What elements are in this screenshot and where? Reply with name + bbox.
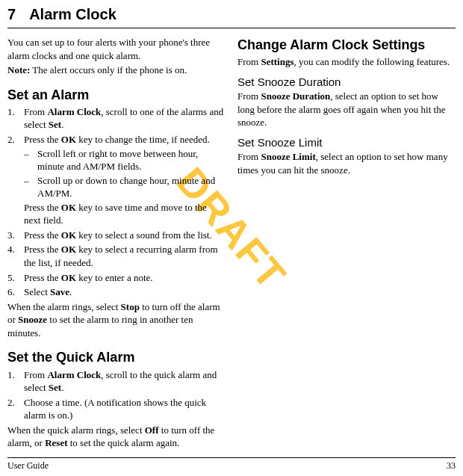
page-footer: User Guide 33 [7, 457, 456, 472]
step-3: Press the OK key to select a sound from … [7, 229, 226, 242]
footer-page-number: 33 [447, 460, 456, 472]
set-alarm-heading: Set an Alarm [7, 86, 226, 104]
step-5: Press the OK key to enter a note. [7, 271, 226, 285]
body-columns: You can set up to four alerts with your … [7, 36, 456, 451]
change-settings-intro: From Settings, you can modify the follow… [237, 55, 456, 69]
sub-2: Scroll up or down to change hour, minute… [24, 174, 226, 200]
snooze-limit-heading: Set Snooze Limit [237, 135, 456, 150]
snooze-duration-heading: Set Snooze Duration [237, 75, 456, 90]
quick-alarm-after: When the quick alarm rings, select Off t… [7, 424, 226, 450]
set-alarm-steps: From Alarm Clock, scroll to one of the a… [7, 105, 226, 299]
qa-step-1: From Alarm Clock, scroll to the quick al… [7, 368, 226, 395]
note-text: The alert occurs only if the phone is on… [30, 64, 187, 75]
step-2: Press the OK key to change the time, if … [7, 133, 226, 227]
step-1: From Alarm Clock, scroll to one of the a… [7, 105, 226, 132]
step-6: Select Save. [7, 285, 226, 299]
set-alarm-after: When the alarm rings, select Stop to tur… [7, 300, 226, 340]
step-4: Press the OK key to select a recurring a… [7, 243, 226, 269]
intro-note: Note: The alert occurs only if the phone… [7, 64, 226, 77]
step-2-sublist: Scroll left or right to move between hou… [24, 147, 226, 200]
chapter-number: 7 [7, 6, 16, 22]
change-settings-heading: Change Alarm Clock Settings [237, 36, 456, 54]
note-label: Note: [7, 64, 30, 75]
chapter-title: 7Alarm Clock [7, 4, 456, 28]
step-2-post: Press the OK key to save time and move t… [24, 201, 226, 227]
quick-alarm-steps: From Alarm Clock, scroll to the quick al… [7, 368, 226, 422]
qa-step-2: Choose a time. (A notification shows the… [7, 396, 226, 422]
footer-left: User Guide [7, 460, 49, 472]
sub-1: Scroll left or right to move between hou… [24, 147, 226, 173]
quick-alarm-heading: Set the Quick Alarm [7, 348, 226, 366]
snooze-duration-text: From Snooze Duration, select an option t… [237, 90, 456, 129]
chapter-name: Alarm Clock [29, 6, 116, 22]
intro-paragraph: You can set up to four alerts with your … [7, 36, 226, 62]
snooze-limit-text: From Snooze Limit, select an option to s… [237, 150, 456, 176]
